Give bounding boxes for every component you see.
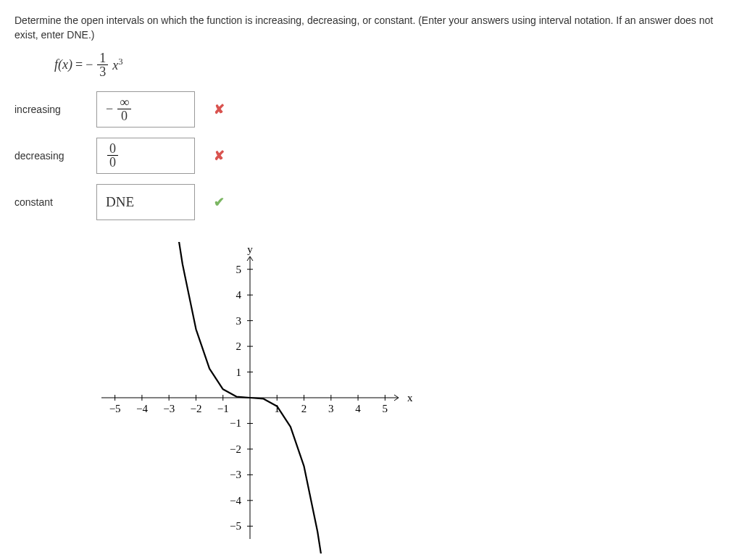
negative-sign: − — [86, 57, 93, 72]
wrong-icon: ✘ — [214, 148, 225, 164]
svg-text:4: 4 — [355, 403, 361, 414]
fraction-num: 1 — [97, 51, 108, 65]
input-increasing[interactable]: − ∞ 0 — [96, 91, 195, 128]
svg-text:3: 3 — [328, 403, 334, 414]
svg-text:1: 1 — [236, 366, 242, 377]
label-increasing: increasing — [14, 104, 83, 115]
row-decreasing: decreasing 0 0 ✘ — [14, 138, 728, 174]
answer-constant-value: DNE — [106, 194, 134, 210]
svg-text:−3: −3 — [163, 403, 175, 414]
svg-text:−2: −2 — [230, 443, 241, 455]
svg-text:2: 2 — [301, 403, 307, 414]
svg-text:−2: −2 — [190, 403, 201, 414]
wrong-icon: ✘ — [214, 101, 225, 117]
row-increasing: increasing − ∞ 0 ✘ — [14, 91, 728, 128]
svg-text:3: 3 — [236, 314, 242, 326]
svg-text:−4: −4 — [136, 403, 148, 414]
svg-text:x: x — [407, 392, 413, 404]
svg-text:−4: −4 — [230, 494, 241, 506]
variable-x: x3 — [112, 57, 122, 73]
answer-increasing-frac: ∞ 0 — [117, 96, 131, 122]
correct-icon: ✔ — [214, 194, 225, 210]
answers-block: increasing − ∞ 0 ✘ decreasing 0 0 ✘ cons… — [14, 91, 728, 220]
answer-decreasing-num: 0 — [107, 142, 118, 156]
fraction-one-third: 1 3 — [97, 51, 108, 78]
svg-line-2 — [394, 395, 399, 398]
input-constant[interactable]: DNE — [96, 184, 195, 220]
svg-text:−5: −5 — [109, 403, 121, 414]
svg-line-3 — [394, 398, 399, 401]
function-expression: f(x) = − 1 3 x3 — [54, 51, 728, 78]
svg-text:4: 4 — [236, 289, 242, 301]
label-decreasing: decreasing — [14, 150, 83, 162]
svg-text:−1: −1 — [217, 403, 229, 414]
svg-text:5: 5 — [236, 263, 242, 275]
function-graph: xy−5−4−3−2−112345−5−4−3−2−112345 — [87, 242, 728, 556]
answer-decreasing-den: 0 — [107, 156, 118, 169]
svg-text:−1: −1 — [230, 417, 241, 429]
question-text: Determine the open intervals on which th… — [14, 13, 728, 43]
prefix-neg: − — [106, 101, 113, 117]
svg-text:y: y — [247, 243, 253, 255]
graph-svg: xy−5−4−3−2−112345−5−4−3−2−112345 — [87, 242, 420, 553]
label-constant: constant — [14, 196, 83, 208]
row-constant: constant DNE ✔ — [14, 184, 728, 220]
answer-decreasing-frac: 0 0 — [107, 142, 118, 169]
svg-text:−5: −5 — [230, 520, 241, 532]
function-lhs: f(x) — [54, 57, 72, 72]
answer-increasing-num: ∞ — [117, 96, 131, 109]
svg-line-5 — [250, 256, 253, 261]
svg-text:2: 2 — [236, 340, 242, 352]
input-decreasing[interactable]: 0 0 — [96, 138, 195, 174]
answer-increasing-den: 0 — [119, 109, 130, 122]
svg-text:−3: −3 — [230, 469, 241, 480]
svg-text:5: 5 — [383, 403, 388, 414]
equals-sign: = — [75, 57, 83, 72]
svg-line-4 — [247, 256, 250, 261]
fraction-den: 3 — [97, 65, 108, 78]
